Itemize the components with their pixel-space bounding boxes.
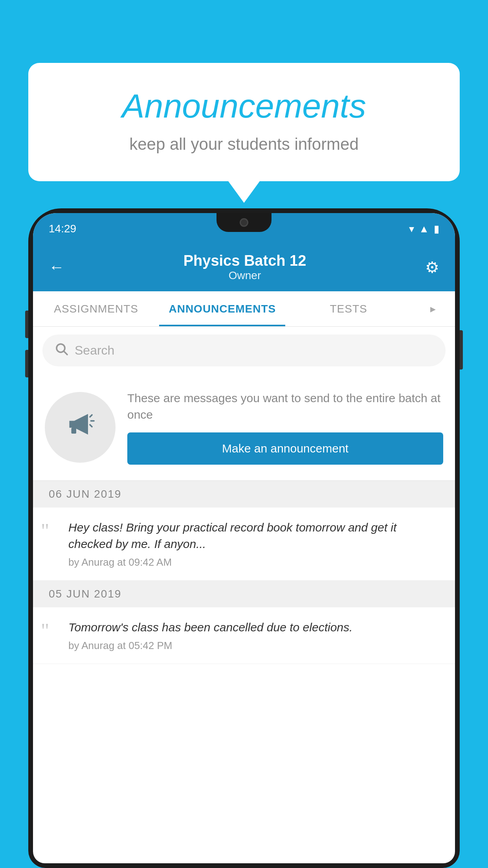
quote-icon-2: ": [41, 619, 61, 641]
search-bar[interactable]: Search: [42, 335, 446, 366]
settings-button[interactable]: ⚙: [425, 258, 439, 276]
phone-notch: [216, 213, 272, 232]
message-item-1: " Hey class! Bring your practical record…: [33, 508, 455, 581]
message-text-2: Tomorrow's class has been cancelled due …: [68, 619, 443, 636]
header-title: Physics Batch 12: [183, 252, 306, 269]
date-separator-2: 05 JUN 2019: [33, 581, 455, 607]
speech-bubble-title: Announcements: [60, 86, 428, 125]
message-author-2: by Anurag at 05:42 PM: [68, 640, 443, 652]
power-button: [460, 330, 463, 370]
megaphone-icon: [64, 408, 96, 447]
message-text-1: Hey class! Bring your practical record b…: [68, 519, 443, 552]
announcement-description: These are messages you want to send to t…: [127, 390, 443, 423]
phone-frame: 14:29 ▾ ▲ ▮ ← Physics Batch 12 Owner ⚙: [28, 208, 460, 868]
megaphone-circle: [45, 392, 116, 463]
tab-announcements[interactable]: ANNOUNCEMENTS: [159, 292, 285, 326]
status-icons: ▾ ▲ ▮: [409, 223, 439, 235]
status-time: 14:29: [49, 223, 76, 235]
search-bar-wrapper: Search: [33, 327, 455, 374]
date-separator-1: 06 JUN 2019: [33, 481, 455, 508]
tab-assignments[interactable]: ASSIGNMENTS: [33, 292, 159, 326]
message-content-1: Hey class! Bring your practical record b…: [68, 519, 443, 568]
status-bar: 14:29 ▾ ▲ ▮: [33, 213, 455, 245]
speech-bubble-wrapper: Announcements keep all your students inf…: [28, 63, 460, 203]
message-author-1: by Anurag at 09:42 AM: [68, 556, 443, 568]
message-content-2: Tomorrow's class has been cancelled due …: [68, 619, 443, 652]
svg-line-2: [90, 415, 92, 417]
make-announcement-button[interactable]: Make an announcement: [127, 432, 443, 465]
search-icon: [54, 342, 68, 359]
header-title-area: Physics Batch 12 Owner: [183, 252, 306, 282]
tab-bar: ASSIGNMENTS ANNOUNCEMENTS TESTS ▸: [33, 291, 455, 327]
header-subtitle: Owner: [183, 269, 306, 282]
back-button[interactable]: ←: [49, 258, 64, 276]
search-placeholder: Search: [75, 343, 114, 358]
tab-tests[interactable]: TESTS: [285, 292, 411, 326]
volume-down-button: [25, 350, 28, 377]
svg-line-1: [64, 351, 67, 355]
speech-bubble: Announcements keep all your students inf…: [28, 63, 460, 181]
announcement-prompt: These are messages you want to send to t…: [33, 374, 455, 481]
tab-more[interactable]: ▸: [412, 291, 455, 326]
phone-inner: 14:29 ▾ ▲ ▮ ← Physics Batch 12 Owner ⚙: [33, 213, 455, 863]
front-camera: [240, 218, 248, 227]
message-item-2: " Tomorrow's class has been cancelled du…: [33, 607, 455, 664]
svg-rect-5: [72, 428, 77, 434]
battery-icon: ▮: [434, 223, 439, 235]
svg-line-4: [90, 425, 92, 427]
wifi-icon: ▾: [409, 223, 414, 235]
announcement-right: These are messages you want to send to t…: [127, 390, 443, 465]
volume-up-button: [25, 311, 28, 338]
speech-bubble-arrow: [228, 181, 260, 203]
signal-icon: ▲: [419, 223, 429, 235]
speech-bubble-subtitle: keep all your students informed: [60, 135, 428, 154]
app-header: ← Physics Batch 12 Owner ⚙: [33, 245, 455, 291]
quote-icon-1: ": [41, 519, 61, 541]
